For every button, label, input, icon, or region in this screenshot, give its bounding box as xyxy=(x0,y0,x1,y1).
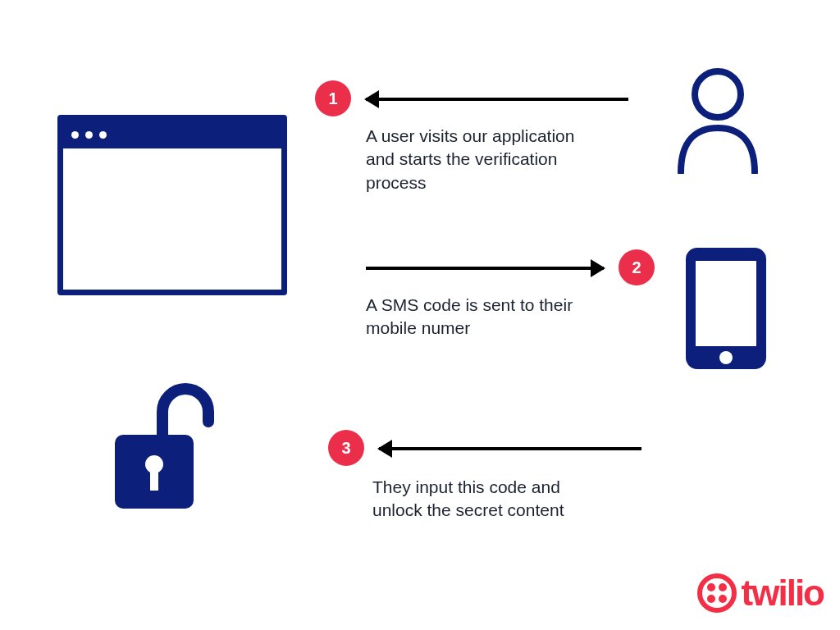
step-2-badge: 2 xyxy=(619,249,655,285)
svg-point-0 xyxy=(695,71,741,117)
arrow-left-icon xyxy=(366,97,628,102)
arrow-left-icon xyxy=(379,446,641,451)
svg-point-7 xyxy=(700,576,734,610)
svg-point-11 xyxy=(719,595,727,603)
svg-rect-2 xyxy=(696,261,756,346)
browser-window-icon xyxy=(57,115,287,295)
twilio-logo-icon xyxy=(697,573,737,613)
svg-point-10 xyxy=(707,595,715,603)
unlocked-padlock-icon xyxy=(103,377,218,517)
step-1-description: A user visits our application and starts… xyxy=(366,125,596,194)
svg-point-3 xyxy=(719,351,733,364)
step-3-number: 3 xyxy=(341,439,350,458)
svg-point-9 xyxy=(719,583,727,591)
svg-point-8 xyxy=(707,583,715,591)
smartphone-icon xyxy=(681,243,771,374)
twilio-logo: twilio xyxy=(697,573,824,614)
step-1-number: 1 xyxy=(328,89,337,108)
step-3-badge: 3 xyxy=(328,430,364,466)
step-3-description: They input this code and unlock the secr… xyxy=(372,476,586,523)
step-2-description: A SMS code is sent to their mobile numer xyxy=(366,294,579,340)
twilio-wordmark: twilio xyxy=(742,573,824,614)
user-icon xyxy=(673,67,763,174)
verification-flow-diagram: 1 A user visits our application and star… xyxy=(0,0,840,630)
step-1-badge: 1 xyxy=(315,80,351,116)
arrow-right-icon xyxy=(366,266,604,271)
step-2-number: 2 xyxy=(632,258,641,277)
svg-rect-6 xyxy=(150,469,158,491)
